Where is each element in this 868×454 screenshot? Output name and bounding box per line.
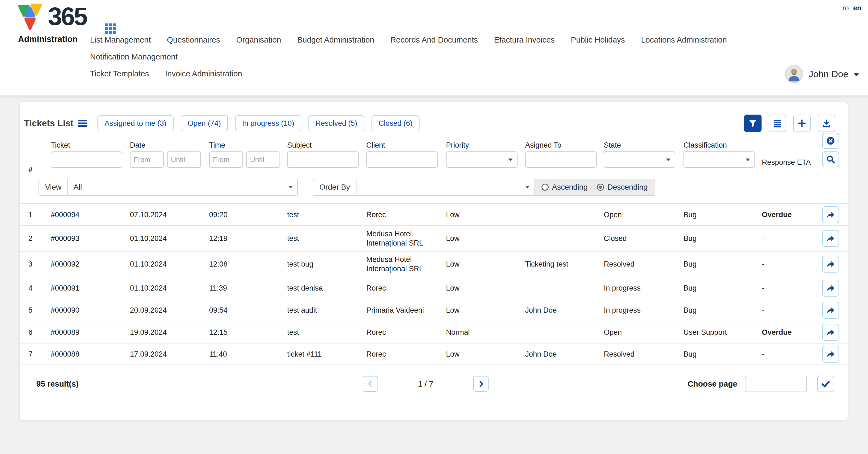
filter-chip[interactable]: Assigned to me (3) — [97, 116, 174, 131]
language-switcher: ro en — [843, 4, 862, 12]
cell-date: 19.09.2024 — [130, 324, 209, 340]
next-page-button[interactable] — [473, 376, 489, 392]
assigned-to-filter-input[interactable] — [525, 152, 597, 168]
filter-chip[interactable]: Closed (6) — [371, 116, 420, 131]
chevron-down-icon — [746, 159, 750, 161]
cell-assigned-to: John Doe — [525, 302, 604, 318]
priority-select[interactable] — [446, 152, 518, 168]
classification-select[interactable] — [683, 152, 755, 168]
column-header-number: # — [26, 157, 51, 168]
nav-item[interactable]: Invoice Administration — [165, 69, 242, 78]
date-until-input[interactable] — [167, 152, 201, 168]
chevron-down-icon — [854, 73, 859, 76]
ascending-radio[interactable] — [541, 184, 549, 191]
nav-item[interactable]: Public Holidays — [571, 35, 625, 45]
open-ticket-button[interactable] — [822, 302, 839, 319]
client-filter-input[interactable] — [366, 152, 438, 168]
chevron-down-icon — [525, 186, 530, 189]
cell-classification: Bug — [683, 280, 762, 296]
view-select[interactable]: All — [68, 179, 297, 195]
open-ticket-button[interactable] — [822, 230, 839, 247]
column-header-date: Date — [130, 140, 209, 152]
add-ticket-button[interactable] — [793, 115, 811, 132]
cell-ticket: #000094 — [51, 207, 130, 223]
cell-classification: Bug — [683, 302, 762, 318]
descending-option[interactable]: Descending — [597, 183, 648, 192]
clear-filters-button[interactable] — [822, 133, 839, 149]
forward-arrow-icon — [826, 259, 835, 269]
cell-date: 20.09.2024 — [130, 302, 209, 318]
main-nav: List ManagementQuestionnairesOrganisatio… — [90, 35, 789, 78]
go-to-page-button[interactable] — [817, 376, 834, 392]
descending-radio[interactable] — [597, 184, 604, 191]
table-row[interactable]: 1 #000094 07.10.2024 09:20 test Rorec Lo… — [20, 203, 848, 225]
column-header-subject: Subject — [287, 140, 366, 152]
list-icon — [772, 119, 782, 128]
menu-bars-icon[interactable] — [78, 120, 87, 127]
cell-client: Medusa Hotel Internațional SRL — [366, 226, 446, 251]
ticket-filter-input[interactable] — [51, 152, 122, 168]
search-button[interactable] — [822, 152, 839, 167]
cell-state: Open — [604, 207, 683, 223]
cell-actions — [820, 230, 841, 247]
open-ticket-button[interactable] — [822, 324, 839, 341]
open-ticket-button[interactable] — [822, 206, 839, 223]
lang-en[interactable]: en — [853, 4, 862, 12]
download-icon — [822, 119, 831, 128]
subject-filter-input[interactable] — [287, 152, 359, 168]
cell-time: 12:19 — [209, 231, 287, 247]
list-view-button[interactable] — [769, 115, 786, 132]
table-row[interactable]: 2 #000093 01.10.2024 12:19 test Medusa H… — [20, 225, 848, 251]
previous-page-button[interactable] — [363, 376, 378, 392]
date-from-input[interactable] — [130, 152, 164, 168]
filter-chip[interactable]: Resolved (5) — [308, 116, 364, 131]
choose-page-input[interactable] — [745, 376, 807, 392]
table-row[interactable]: 7 #000088 17.09.2024 11:40 ticket #111 R… — [20, 343, 848, 365]
chevron-left-icon — [366, 380, 374, 388]
nav-item[interactable]: Ticket Templates — [90, 69, 149, 78]
nav-item[interactable]: Organisation — [237, 35, 281, 45]
card-title-row: Tickets List Assigned to me (3)Open (74)… — [20, 114, 848, 132]
open-ticket-button[interactable] — [822, 256, 839, 272]
cell-state: Resolved — [604, 346, 683, 362]
cell-response-eta: - — [762, 256, 820, 272]
cell-subject: test audit — [287, 302, 366, 318]
nav-item[interactable]: Budget Administration — [297, 35, 374, 45]
order-by-select[interactable] — [356, 179, 534, 195]
cell-time: 12:15 — [209, 324, 287, 340]
nav-item[interactable]: Questionnaires — [167, 35, 220, 45]
nav-item[interactable]: Locations Administration — [641, 35, 727, 45]
table-row[interactable]: 4 #000091 01.10.2024 11:39 test denisa R… — [20, 277, 848, 299]
cell-response-eta: Overdue — [762, 324, 820, 340]
cell-priority: Normal — [446, 324, 525, 340]
table-row[interactable]: 3 #000092 01.10.2024 12:08 test bug Medu… — [20, 251, 848, 277]
filter-chip[interactable]: Open (74) — [181, 116, 228, 131]
apps-grid-icon[interactable] — [105, 23, 116, 34]
logo[interactable]: 365 — [16, 2, 87, 33]
avatar[interactable] — [785, 65, 803, 83]
cell-subject: test denisa — [287, 280, 366, 296]
lang-ro[interactable]: ro — [843, 4, 849, 12]
table-row[interactable]: 6 #000089 19.09.2024 12:15 test Rorec No… — [20, 321, 848, 343]
filter-button[interactable] — [744, 115, 762, 132]
table-row[interactable]: 5 #000090 20.09.2024 09:54 test audit Pr… — [20, 299, 848, 321]
user-menu[interactable]: John Doe — [785, 65, 859, 83]
app-name[interactable]: Administration — [18, 34, 78, 44]
nav-item[interactable]: Notification Management — [90, 52, 178, 62]
cell-client: Primaria Vaideeni — [366, 302, 446, 318]
ascending-label: Ascending — [552, 183, 588, 192]
cell-assigned-to — [525, 285, 604, 291]
filter-chip[interactable]: In progress (10) — [235, 116, 301, 131]
download-button[interactable] — [818, 115, 835, 132]
ascending-option[interactable]: Ascending — [541, 183, 588, 192]
time-from-input[interactable] — [209, 152, 243, 168]
open-ticket-button[interactable] — [822, 346, 839, 363]
nav-item[interactable]: List Management — [90, 35, 151, 45]
nav-item[interactable]: Records And Documents — [390, 35, 478, 45]
open-ticket-button[interactable] — [822, 280, 839, 297]
nav-item[interactable]: Efactura Invoices — [494, 35, 555, 45]
chevron-down-icon — [666, 159, 671, 161]
state-select[interactable] — [604, 152, 675, 168]
forward-arrow-icon — [826, 350, 835, 359]
time-until-input[interactable] — [246, 152, 280, 168]
